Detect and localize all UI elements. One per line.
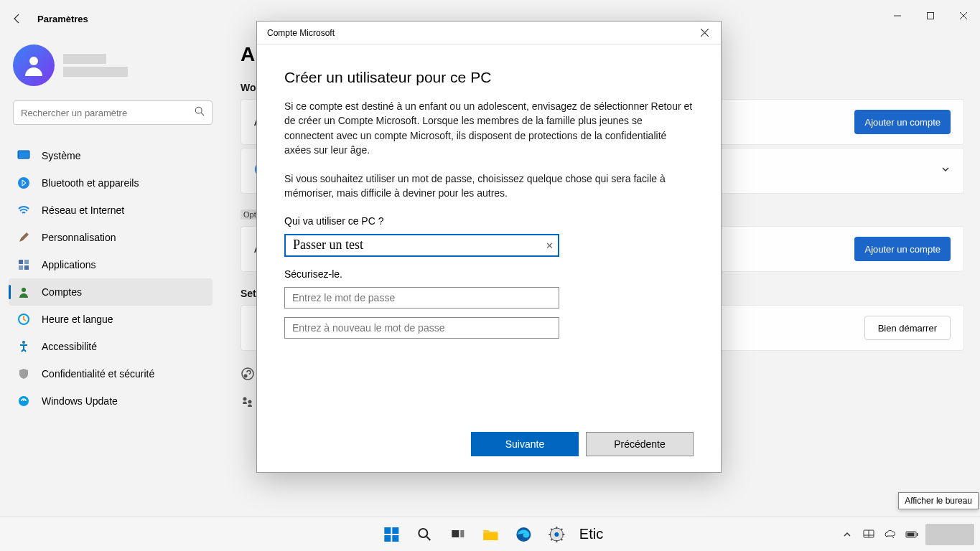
apps-icon xyxy=(17,258,30,271)
svg-rect-9 xyxy=(24,265,29,270)
avatar xyxy=(13,44,55,86)
tray-overflow-button[interactable] xyxy=(839,527,855,542)
back-button[interactable] xyxy=(10,11,24,26)
secure-label: Sécurisez-le. xyxy=(284,268,694,280)
svg-point-16 xyxy=(242,368,253,380)
svg-point-5 xyxy=(18,177,29,189)
sidebar-item-label: Heure et langue xyxy=(42,314,113,325)
sidebar: Système Bluetooth et appareils Réseau et… xyxy=(9,142,213,415)
brush-icon xyxy=(17,231,30,244)
bluetooth-icon xyxy=(17,176,30,189)
previous-button[interactable]: Précédente xyxy=(586,432,694,456)
search-field[interactable] xyxy=(13,100,213,125)
sidebar-item-personalization[interactable]: Personnalisation xyxy=(9,224,213,251)
svg-rect-8 xyxy=(19,265,23,270)
dialog-close-button[interactable] xyxy=(695,24,714,42)
svg-rect-6 xyxy=(19,260,23,264)
onedrive-tray-icon[interactable] xyxy=(882,527,898,542)
svg-rect-33 xyxy=(917,533,918,536)
dialog-paragraph-1: Si ce compte est destiné à un enfant ou … xyxy=(284,99,694,157)
microsoft-account-dialog: Compte Microsoft Créer un utilisateur po… xyxy=(256,21,722,473)
user-block xyxy=(13,44,128,86)
svg-rect-26 xyxy=(460,530,464,537)
sidebar-item-system[interactable]: Système xyxy=(9,142,213,169)
svg-point-30 xyxy=(554,532,559,537)
password-confirm-input[interactable]: Entrez à nouveau le mot de passe xyxy=(284,317,559,339)
close-button[interactable] xyxy=(947,0,980,32)
taskbar-search-button[interactable] xyxy=(410,520,439,549)
settings-taskbar-button[interactable] xyxy=(542,520,571,549)
sidebar-item-bluetooth[interactable]: Bluetooth et appareils xyxy=(9,169,213,197)
sidebar-item-label: Bluetooth et appareils xyxy=(42,177,139,189)
add-account-button-1[interactable]: Ajouter un compte xyxy=(854,110,951,134)
sidebar-item-label: Accessibilité xyxy=(42,341,97,352)
svg-point-19 xyxy=(248,400,252,404)
get-started-button[interactable]: Bien démarrer xyxy=(864,316,951,340)
sidebar-item-windows-update[interactable]: Windows Update xyxy=(9,387,213,415)
update-icon xyxy=(17,395,30,408)
person-icon xyxy=(17,286,30,298)
tray-clock-placeholder[interactable] xyxy=(925,524,974,545)
sidebar-item-apps[interactable]: Applications xyxy=(9,251,213,278)
next-button[interactable]: Suivante xyxy=(471,432,579,456)
svg-rect-25 xyxy=(452,530,459,537)
sidebar-item-label: Système xyxy=(42,150,80,161)
svg-point-24 xyxy=(419,529,427,537)
task-view-button[interactable] xyxy=(443,520,472,549)
taskbar-app-label[interactable]: Etic xyxy=(579,526,603,542)
sidebar-item-accounts[interactable]: Comptes xyxy=(9,278,213,306)
dialog-paragraph-2: Si vous souhaitez utiliser un mot de pas… xyxy=(284,171,694,201)
svg-point-2 xyxy=(195,107,202,113)
edge-button[interactable] xyxy=(509,520,538,549)
username-input[interactable] xyxy=(284,234,559,257)
show-desktop-tooltip: Afficher le bureau xyxy=(898,492,979,509)
sidebar-item-label: Applications xyxy=(42,259,96,270)
app-title: Paramètres xyxy=(37,14,88,24)
svg-rect-27 xyxy=(483,533,498,540)
svg-rect-34 xyxy=(907,532,915,536)
password-input[interactable]: Entrez le mot de passe xyxy=(284,287,559,309)
chevron-down-icon xyxy=(941,164,951,177)
sidebar-item-network[interactable]: Réseau et Internet xyxy=(9,197,213,224)
shield-icon xyxy=(17,367,30,380)
svg-rect-23 xyxy=(392,535,398,542)
sidebar-item-label: Windows Update xyxy=(42,395,118,407)
sidebar-item-label: Réseau et Internet xyxy=(42,204,124,216)
sidebar-item-label: Confidentialité et sécurité xyxy=(42,368,154,380)
start-button[interactable] xyxy=(377,520,406,549)
username-label: Qui va utiliser ce PC ? xyxy=(284,215,694,227)
minimize-button[interactable] xyxy=(881,0,914,32)
svg-point-18 xyxy=(243,397,247,401)
file-explorer-button[interactable] xyxy=(476,520,505,549)
svg-point-1 xyxy=(29,57,38,65)
svg-rect-3 xyxy=(18,151,29,159)
svg-rect-21 xyxy=(392,527,398,534)
dialog-title: Compte Microsoft xyxy=(267,28,335,38)
search-icon xyxy=(195,106,205,119)
sidebar-item-time-language[interactable]: Heure et langue xyxy=(9,306,213,333)
sidebar-item-accessibility[interactable]: Accessibilité xyxy=(9,333,213,360)
svg-rect-20 xyxy=(384,527,391,534)
sidebar-item-label: Personnalisation xyxy=(42,232,116,243)
sidebar-item-privacy-security[interactable]: Confidentialité et sécurité xyxy=(9,360,213,387)
svg-point-12 xyxy=(22,341,25,344)
user-name-placeholder xyxy=(63,54,106,64)
add-account-button-2[interactable]: Ajouter un compte xyxy=(854,237,951,261)
wifi-icon xyxy=(17,204,30,217)
sidebar-item-label: Comptes xyxy=(42,286,82,298)
battery-tray-icon[interactable] xyxy=(904,527,920,542)
svg-point-10 xyxy=(22,288,26,292)
dialog-heading: Créer un utilisateur pour ce PC xyxy=(284,69,694,86)
touchpad-tray-icon[interactable] xyxy=(861,527,877,542)
clear-input-button[interactable]: ✕ xyxy=(546,240,554,250)
monitor-icon xyxy=(17,149,30,162)
taskbar: Etic xyxy=(0,517,980,551)
maximize-button[interactable] xyxy=(914,0,947,32)
svg-rect-22 xyxy=(384,535,391,542)
svg-rect-0 xyxy=(928,13,934,19)
search-input[interactable] xyxy=(21,108,195,118)
user-email-placeholder xyxy=(63,67,128,77)
globe-clock-icon xyxy=(17,313,30,326)
svg-rect-7 xyxy=(24,260,29,264)
svg-point-17 xyxy=(244,375,248,378)
